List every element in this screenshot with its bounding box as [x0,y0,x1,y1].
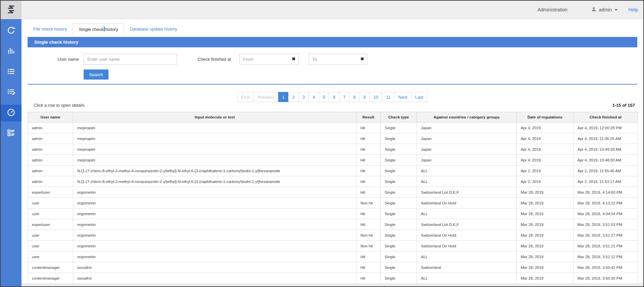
table-cell: expertuser [28,187,73,198]
page-button-5[interactable]: 5 [319,92,329,102]
page-button-next[interactable]: Next [394,92,412,102]
table-row[interactable]: userergometrinHitSingleALLMar 28, 2019Ma… [28,251,638,262]
page-button-11[interactable]: 11 [382,92,395,102]
main-content: File check historySingle checkhistoryDat… [22,1,643,284]
table-cell: Mar 28, 2019, 3:50:42 PM [573,262,638,273]
sidebar-item-history[interactable] [1,105,22,122]
table-cell: Single [381,273,417,284]
search-form: User name Check finished at ✖ ✖ Search [28,47,637,85]
chevron-down-icon [615,9,617,11]
table-row[interactable]: adminmepirapimHitSingleJapanApr 4, 2019A… [28,155,638,165]
table-cell: Single [381,198,417,208]
username-label: User name [28,57,79,62]
table-cell: Mar 28, 2019, 4:04:04 PM [573,208,638,219]
table-cell: Hit [356,187,381,198]
bar-chart-icon [6,46,16,57]
sidebar-item-reports[interactable] [1,125,22,142]
sidebar [1,1,22,286]
table-row[interactable]: userergometrinNon hitSingleSwitzerland O… [28,198,638,208]
clear-from-icon[interactable]: ✖ [292,56,296,61]
page-button-1[interactable]: 1 [278,92,289,102]
table-row[interactable]: adminmepirapimHitSingleJapanApr 4, 2019A… [28,133,638,144]
page-button-2[interactable]: 2 [288,92,299,102]
table-cell: Hit [356,133,381,144]
page-button-last[interactable]: Last [411,92,428,102]
from-date-input[interactable] [240,54,299,65]
table-cell: Apr 4, 2019 [517,123,573,133]
page-button-7[interactable]: 7 [339,92,349,102]
table-cell: Switzerland On Hold [417,230,517,241]
table-cell: admin [28,144,73,155]
table-cell: Apr 2, 2019, 11:53:17 AM [573,176,638,187]
table-cell: ALL [417,176,517,187]
sidebar-item-check[interactable] [1,23,22,40]
table-cell: ALL [417,251,517,262]
table-cell: ergometrin [73,187,356,198]
table-cell: Single [381,262,417,273]
table-cell: Apr 4, 2019, 10:48:00 AM [573,155,638,165]
column-header: Check type [381,112,417,123]
app-logo[interactable] [1,1,22,19]
page-button-8[interactable]: 8 [349,92,359,102]
table-row[interactable]: userergometrinNon hitSingleSwitzerland O… [28,230,638,241]
sidebar-item-lists[interactable] [1,64,22,81]
table-cell: Hit [356,262,381,273]
table-cell: mepirapim [73,133,356,144]
table-cell: Hit [356,219,381,230]
table-cell: Mar 28, 2019 [517,198,573,208]
table-cell: ergometrin [73,219,356,230]
table-row[interactable]: userergometrinNon hitSingleSwitzerland O… [28,241,638,251]
table-cell: Single [381,208,417,219]
table-cell: Japan [417,155,517,165]
table-row[interactable]: contentmanagerisosafrolHitSingleALLMar 2… [28,273,638,284]
page-button-10[interactable]: 10 [370,92,382,102]
table-cell: Japan [417,123,517,133]
clear-to-icon[interactable]: ✖ [360,56,364,61]
sidebar-item-statistics[interactable] [1,43,22,60]
single-check-history-panel: Single check history User name Check fin… [28,37,637,85]
table-row[interactable]: adminN-[1-(7-chloro-8-ethyl-3-methyl-4-o… [28,165,638,176]
table-cell: Mar 28, 2019 [517,273,573,284]
table-cell: N-[1-(7-chloro-8-ethyl-3-methyl-4-oxoqui… [73,165,356,176]
tab-database-update-history[interactable]: Database update history [124,23,183,35]
table-cell: Japan [417,133,517,144]
table-cell: Switzerland List D,E,F [417,187,517,198]
table-cell: Switzerland On Hold [417,198,517,208]
to-date-input[interactable] [309,54,367,65]
table-cell: admin [28,176,73,187]
page-button-3[interactable]: 3 [298,92,309,102]
help-link[interactable]: Help [628,7,638,12]
table-row[interactable]: expertuserergometrinHitSingleSwitzerland… [28,219,638,230]
user-menu[interactable]: admin [591,6,617,13]
page-button-6[interactable]: 6 [329,92,339,102]
table-cell: Apr 2, 2019, 11:55:40 AM [573,165,638,176]
table-row[interactable]: contentmanagerisosafrolHitSingleSwitzerl… [28,262,638,273]
table-cell: mepirapim [73,123,356,133]
footer-strip [22,283,643,286]
table-cell: Apr 4, 2019 [517,133,573,144]
from-date-field: ✖ [240,54,299,65]
table-row[interactable]: adminmepirapimHitSingleJapanApr 4, 2019A… [28,144,638,155]
table-cell: Mar 28, 2019, 3:51:21 PM [573,241,638,251]
table-cell: Non hit [356,241,381,251]
table-cell: Non hit [356,198,381,208]
table-cell: Switzerland [417,262,517,273]
page-button-4[interactable]: 4 [308,92,319,102]
row-hint: Click a row to open details [34,103,85,108]
table-cell: Single [381,187,417,198]
table-cell: Mar 28, 2019, 4:13:22 PM [573,198,638,208]
page-button-previous: Previous [253,92,278,102]
tab-file-check-history[interactable]: File check history [28,23,73,35]
tab-single-check-history[interactable]: Single checkhistory [73,23,124,35]
table-row[interactable]: adminN-[1-(7-chloro-8-ethyl-3-methyl-4-o… [28,176,638,187]
table-cell: Mar 28, 2019, 4:14:00 PM [573,187,638,198]
table-row[interactable]: adminmepirapimHitSingleJapanApr 4, 2019A… [28,123,638,133]
table-cell: user [28,230,73,241]
table-row[interactable]: expertuserergometrinHitSingleSwitzerland… [28,187,638,198]
page-button-9[interactable]: 9 [359,92,370,102]
table-row[interactable]: userergometrinHitSingleALLMar 28, 2019Ma… [28,208,638,219]
table-cell: Apr 4, 2019, 11:36:25 AM [573,133,638,144]
search-button[interactable]: Search [84,69,109,80]
username-input[interactable] [84,54,177,65]
sidebar-item-custom-lists[interactable] [1,84,22,101]
